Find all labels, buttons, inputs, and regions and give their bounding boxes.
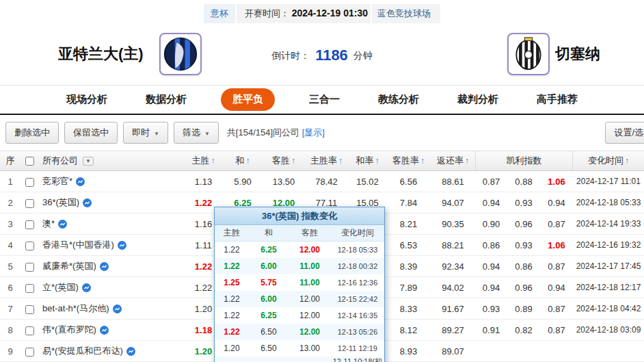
col-header-away-rate[interactable]: 客胜率↑	[386, 151, 431, 170]
tab-coach-analysis[interactable]: 教练分析	[374, 88, 423, 111]
home-win-odds[interactable]: 1.13	[185, 177, 222, 187]
row-checkbox[interactable]	[25, 263, 34, 272]
sort-up-icon[interactable]: ↑	[625, 156, 629, 166]
row-checkbox[interactable]	[25, 178, 34, 187]
show-link[interactable]: [显示]	[302, 127, 325, 138]
company-name[interactable]: 香港马*(中国香港)	[38, 239, 185, 251]
away-win-rate: 6.53	[386, 240, 431, 250]
filter-dropdown[interactable]: 筛选▼	[174, 122, 219, 144]
away-win-rate: 8.21	[386, 219, 431, 229]
delete-selected-button[interactable]: 删除选中	[5, 122, 59, 144]
return-rate: 94.02	[431, 283, 475, 293]
company-trend-icon	[100, 326, 109, 335]
row-checkbox[interactable]	[25, 199, 34, 208]
company-name[interactable]: 易*(安提瓜和巴布达)	[38, 345, 185, 357]
popup-draw-odds: 6.50	[249, 327, 289, 337]
cesena-crest-icon	[511, 36, 546, 72]
company-trend-icon	[76, 177, 85, 186]
change-time: 2024-12-14 19:33	[573, 219, 644, 229]
company-filter-icon[interactable]: ▼	[83, 157, 94, 166]
tab-live-analysis[interactable]: 现场分析	[62, 88, 111, 111]
company-name[interactable]: 36*(英国)	[38, 196, 185, 209]
row-checkbox[interactable]	[25, 220, 34, 229]
company-name[interactable]: 伟*(直布罗陀)	[38, 324, 185, 336]
col-header-change-time[interactable]: 变化时间↑	[573, 151, 644, 170]
away-team-logo	[507, 33, 550, 75]
keep-selected-button[interactable]: 保留选中	[64, 122, 118, 144]
kelly-index: 0.87	[540, 219, 573, 229]
col-header-away-win[interactable]: 客胜↑	[263, 151, 304, 170]
return-rate: 92.34	[431, 261, 475, 272]
return-rate: 89.27	[431, 325, 475, 335]
row-checkbox[interactable]	[25, 242, 34, 250]
company-count-text: 共[154/154]间公司	[227, 127, 299, 138]
kelly-index: 0.86	[507, 261, 540, 272]
popup-home-odds: 1.22	[215, 311, 249, 320]
select-all-cell	[21, 151, 38, 170]
kelly-index: 0.87	[540, 261, 573, 272]
tab-data-analysis[interactable]: 数据分析	[142, 88, 191, 111]
sort-up-icon[interactable]: ↑	[246, 156, 250, 166]
tab-expert-recommend[interactable]: 高手推荐	[533, 88, 582, 111]
return-rate: 88.61	[431, 177, 475, 187]
away-win-odds[interactable]: 13.50	[263, 177, 304, 187]
col-header-draw[interactable]: 和↑	[222, 151, 263, 170]
company-trend-icon	[58, 220, 67, 229]
company-name[interactable]: 立*(英国)	[38, 281, 185, 294]
countdown-value: 1186	[315, 47, 348, 64]
row-select-cell	[21, 282, 38, 292]
row-checkbox[interactable]	[25, 284, 34, 293]
sort-up-icon[interactable]: ↑	[375, 156, 379, 166]
company-name[interactable]: 竞彩官*	[38, 175, 185, 188]
countdown-label: 倒计时：	[271, 50, 310, 61]
home-win-label: 主胜	[192, 155, 210, 167]
match-header: 亚特兰大(主) 倒计时： 1186 分钟	[0, 23, 644, 85]
col-header-kelly: 凯利指数	[475, 151, 573, 170]
popup-row: 1.226.0011.0012-18 00:32	[215, 258, 384, 274]
sort-up-icon[interactable]: ↑	[291, 156, 295, 166]
tab-referee-analysis[interactable]: 裁判分析	[453, 88, 502, 111]
popup-change-time: 12-14 16:35	[331, 311, 384, 320]
col-header-draw-rate[interactable]: 和率↑	[349, 151, 386, 170]
kelly-index: 0.88	[507, 177, 540, 187]
draw-odds[interactable]: 5.90	[222, 177, 263, 187]
tab-three-in-one[interactable]: 三合一	[305, 88, 344, 111]
sort-up-icon[interactable]: ↑	[338, 156, 343, 166]
company-name[interactable]: 澳*	[38, 218, 185, 230]
row-select-cell	[21, 197, 38, 207]
kelly-index: 0.86	[475, 240, 507, 250]
col-header-home-win[interactable]: 主胜↑	[185, 151, 222, 170]
away-win-label: 客胜	[272, 155, 290, 167]
kelly-index: 0.94	[475, 261, 507, 272]
time-filter-label: 即时	[132, 127, 150, 138]
sort-up-icon[interactable]: ↑	[465, 156, 469, 166]
row-checkbox[interactable]	[25, 305, 34, 314]
kelly-index: 0.91	[475, 325, 507, 335]
settings-button[interactable]: 设置/选	[605, 122, 644, 144]
popup-away-odds: 12.00	[289, 294, 331, 304]
row-checkbox[interactable]	[25, 326, 34, 335]
sort-up-icon[interactable]: ↑	[420, 156, 425, 166]
company-name[interactable]: bet-at-h*(马尔他)	[38, 302, 185, 315]
select-all-checkbox[interactable]	[25, 157, 34, 166]
row-select-cell	[21, 324, 38, 335]
draw-rate-label: 和率	[356, 155, 374, 167]
row-select-cell	[21, 303, 38, 313]
popup-col-header-2: 客胜	[289, 227, 331, 239]
row-index: 1	[0, 177, 21, 187]
popup-home-odds: 1.22	[215, 294, 249, 304]
col-header-home-rate[interactable]: 主胜率↑	[304, 151, 349, 170]
tab-win-draw-loss[interactable]: 胜平负	[221, 88, 275, 111]
chevron-down-icon: ▼	[204, 131, 210, 137]
venue-name: 蓝色竞技球场	[372, 4, 440, 23]
time-filter-dropdown[interactable]: 即时▼	[123, 122, 168, 144]
company-trend-icon	[82, 283, 91, 292]
filter-label: 筛选	[183, 127, 200, 138]
company-name[interactable]: 威廉希*(英国)	[38, 260, 185, 272]
return-rate: 89.07	[431, 346, 475, 357]
col-header-company[interactable]: 所有公司 ▼	[38, 151, 185, 170]
row-checkbox[interactable]	[25, 348, 34, 357]
col-header-return-rate[interactable]: 返还率↑	[431, 151, 475, 170]
sort-up-icon[interactable]: ↑	[211, 156, 215, 166]
popup-change-time: 12-15 22:42	[331, 295, 384, 303]
